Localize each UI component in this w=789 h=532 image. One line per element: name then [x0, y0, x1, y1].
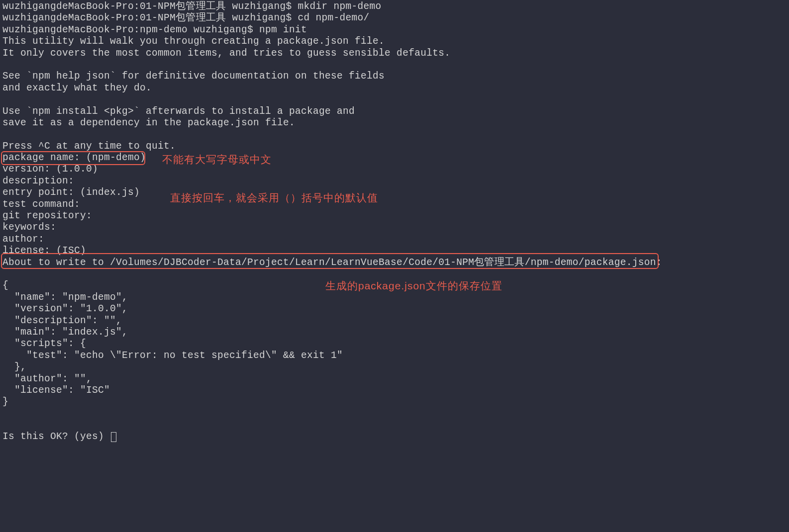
terminal-line: "version": "1.0.0",: [2, 303, 787, 315]
terminal-line: [2, 129, 787, 140]
terminal-line: [2, 420, 787, 431]
terminal-line: and exactly what they do.: [2, 83, 787, 94]
terminal-line-package-name: package name: (npm-demo): [2, 152, 787, 164]
terminal-line: "test": "echo \"Error: no test specified…: [2, 350, 787, 361]
confirm-prompt-text: Is this OK? (yes): [2, 431, 110, 442]
terminal-line: "description": "",: [2, 315, 787, 327]
terminal-line: "license": "ISC": [2, 385, 787, 396]
terminal-line: license: (ISC): [2, 245, 787, 257]
terminal-line: "author": "",: [2, 373, 787, 385]
terminal-line: description:: [2, 176, 787, 187]
terminal-prompt-confirm[interactable]: Is this OK? (yes): [2, 431, 787, 443]
terminal-line: wuzhigangdeMacBook-Pro:npm-demo wuzhigan…: [2, 24, 787, 36]
terminal-line: [2, 268, 787, 280]
cursor-icon: [111, 432, 116, 442]
terminal-line: wuzhigangdeMacBook-Pro:01-NPM包管理工具 wuzhi…: [2, 12, 787, 24]
terminal-output[interactable]: wuzhigangdeMacBook-Pro:01-NPM包管理工具 wuzhi…: [2, 1, 787, 443]
terminal-line: entry point: (index.js): [2, 187, 787, 198]
terminal-line: keywords:: [2, 222, 787, 233]
terminal-line: "scripts": {: [2, 338, 787, 350]
terminal-line: git repository:: [2, 210, 787, 222]
terminal-line: test command:: [2, 199, 787, 210]
terminal-line: [2, 94, 787, 105]
terminal-line: "name": "npm-demo",: [2, 292, 787, 303]
terminal-line: "main": "index.js",: [2, 327, 787, 338]
terminal-line: [2, 408, 787, 420]
terminal-line: Press ^C at any time to quit.: [2, 141, 787, 152]
terminal-line: },: [2, 361, 787, 373]
terminal-line: [2, 59, 787, 71]
annotation-default-value: 直接按回车，就会采用（）括号中的默认值: [170, 191, 378, 204]
annotation-save-location: 生成的package.json文件的保存位置: [325, 279, 502, 292]
annotation-package-name: 不能有大写字母或中文: [162, 153, 272, 166]
terminal-line: save it as a dependency in the package.j…: [2, 117, 787, 129]
terminal-line: It only covers the most common items, an…: [2, 48, 787, 59]
terminal-line: }: [2, 396, 787, 408]
terminal-line: author:: [2, 234, 787, 245]
terminal-line: See `npm help json` for definitive docum…: [2, 71, 787, 82]
terminal-line: version: (1.0.0): [2, 164, 787, 175]
terminal-line-write-path: About to write to /Volumes/DJBCoder-Data…: [2, 257, 787, 268]
terminal-line: Use `npm install <pkg>` afterwards to in…: [2, 106, 787, 117]
terminal-line: This utility will walk you through creat…: [2, 36, 787, 47]
terminal-line: wuzhigangdeMacBook-Pro:01-NPM包管理工具 wuzhi…: [2, 1, 787, 12]
